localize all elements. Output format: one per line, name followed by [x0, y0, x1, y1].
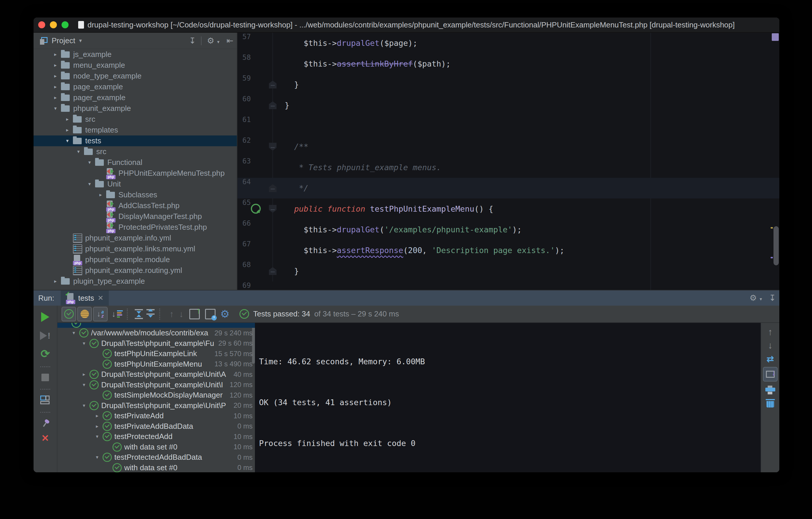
chevron-right-icon[interactable]: ▸ — [95, 192, 106, 198]
test-tree-item[interactable]: ▾Drupal\Tests\phpunit_example\Fu29 s 60 … — [57, 338, 255, 349]
test-tree-item[interactable]: ▾testProtectedAdd10 ms — [57, 431, 255, 442]
test-tree-item[interactable]: ▾/var/www/web/modules/contrib/exa29 s 24… — [57, 328, 255, 338]
close-tab-icon[interactable]: ✕ — [98, 294, 104, 302]
code-line-57[interactable]: 57 $this->drupalGet($page); — [237, 33, 779, 53]
export-test-results-icon[interactable] — [189, 309, 200, 319]
chevron-right-icon[interactable]: ▸ — [50, 94, 61, 101]
chevron-right-icon[interactable]: ▸ — [50, 62, 61, 68]
chevron-right-icon[interactable]: ▸ — [50, 84, 61, 90]
fold-marker-icon[interactable] — [269, 101, 277, 109]
chevron-down-icon[interactable]: ▾ — [79, 382, 89, 388]
scroll-from-source-icon[interactable]: ↧ — [189, 37, 196, 45]
title-bar[interactable]: drupal-testing-workshop [~/Code/os/drupa… — [33, 18, 779, 33]
project-tree-item-pager_example[interactable]: ▸pager_example — [33, 92, 237, 103]
fold-marker-icon[interactable] — [269, 184, 277, 192]
code-line-62[interactable]: 62 /** — [237, 136, 779, 157]
test-tree-item[interactable]: testPhpUnitExampleMenu13 s 490 ms — [57, 359, 255, 370]
project-tree-item-menu_example[interactable]: ▸menu_example — [33, 60, 237, 71]
project-tree-item-ProtectedPrivatesTest.php[interactable]: phpProtectedPrivatesTest.php — [33, 222, 237, 233]
fold-marker-icon[interactable] — [269, 205, 277, 213]
project-panel-title[interactable]: Project — [52, 36, 75, 45]
project-tree-item-phpunit_example.info.yml[interactable]: phpunit_example.info.yml — [33, 233, 237, 243]
project-tree-item-Subclasses[interactable]: ▸Subclasses — [33, 189, 237, 200]
code-line-59[interactable]: 59 } — [237, 74, 779, 95]
code-line-68[interactable]: 68 } — [237, 261, 779, 281]
restore-layout-icon[interactable] — [40, 395, 50, 404]
show-ignored-toggle[interactable] — [77, 307, 92, 321]
project-tree-item-phpunit_example.links.menu.yml[interactable]: phpunit_example.links.menu.yml — [33, 243, 237, 254]
project-tree-item-PHPUnitExampleMenuTest.php[interactable]: phpPHPUnitExampleMenuTest.php — [33, 168, 237, 179]
project-tree-item-phpunit_example.module[interactable]: phpphpunit_example.module — [33, 254, 237, 265]
chevron-right-icon[interactable]: ▸ — [50, 73, 61, 79]
fold-marker-icon[interactable] — [269, 267, 277, 275]
zoom-window-button[interactable] — [62, 21, 68, 28]
print-icon[interactable] — [765, 386, 775, 394]
project-tree-item-AddClassTest.php[interactable]: phpAddClassTest.php — [33, 200, 237, 211]
tree-scrollbar[interactable] — [252, 323, 255, 364]
scroll-down-icon[interactable]: ↓ — [768, 341, 773, 350]
console-output[interactable]: Time: 46.62 seconds, Memory: 6.00MB OK (… — [255, 323, 761, 472]
chevron-down-icon[interactable]: ▼ — [78, 38, 83, 44]
fold-marker-icon[interactable] — [269, 81, 277, 88]
previous-occurrence-icon[interactable]: ↑ — [170, 309, 174, 319]
chevron-right-icon[interactable]: ▸ — [79, 371, 89, 377]
code-line-69[interactable]: 69 — [237, 281, 779, 291]
project-tree-item-Functional[interactable]: ▾Functional — [33, 157, 237, 168]
run-test-gutter-icon[interactable] — [251, 204, 261, 214]
sort-alphabetically-toggle[interactable]: ↓az — [93, 307, 108, 321]
project-tree-item-tests[interactable]: ▾tests — [33, 135, 237, 146]
test-tree-item[interactable]: ▾testProtectedAddBadData0 ms — [57, 452, 255, 463]
chevron-down-icon[interactable]: ▾ — [68, 330, 79, 336]
test-tree-item[interactable]: with data set #010 ms — [57, 442, 255, 453]
code-line-60[interactable]: 60} — [237, 95, 779, 116]
editor-scrollbar[interactable] — [774, 226, 779, 265]
chevron-down-icon[interactable]: ▾ — [79, 403, 89, 409]
project-tree-item-Unit[interactable]: ▾Unit — [33, 179, 237, 189]
project-tree-item-phpunit_example[interactable]: ▾phpunit_example — [33, 103, 237, 114]
test-tree-item[interactable]: testPhpUnitExampleLink15 s 570 ms — [57, 349, 255, 359]
project-tree-item-page_example[interactable]: ▸page_example — [33, 81, 237, 92]
code-line-58[interactable]: 58 $this->assertLinkByHref($path); — [237, 53, 779, 74]
stop-icon[interactable] — [41, 374, 49, 381]
test-tree-item[interactable]: ▸testPrivateAdd10 ms — [57, 411, 255, 421]
chevron-right-icon[interactable]: ▸ — [92, 413, 103, 419]
scroll-up-icon[interactable]: ↑ — [768, 328, 773, 336]
hide-panel-icon[interactable]: ⇤ — [227, 37, 233, 45]
sort-by-suite-icon[interactable]: ↓ — [112, 309, 123, 319]
settings-gear-icon[interactable]: ⚙▾ — [749, 294, 762, 302]
code-line-63[interactable]: 63 * Tests phpunit_example menus. — [237, 157, 779, 178]
code-line-66[interactable]: 66 $this->drupalGet('/examples/phpunit-e… — [237, 219, 779, 240]
test-tree-item[interactable]: testSimpleMockDisplayManager120 ms — [57, 390, 255, 401]
run-tab-tests[interactable]: ✓php tests ✕ — [61, 291, 109, 306]
project-tree-item-templates[interactable]: ▸templates — [33, 125, 237, 135]
chevron-right-icon[interactable]: ▸ — [62, 127, 73, 133]
code-line-65[interactable]: 65 public function testPhpUnitExampleMen… — [237, 198, 779, 219]
chevron-right-icon[interactable]: ▸ — [50, 51, 61, 57]
close-window-button[interactable] — [38, 21, 45, 28]
project-tree-item-js_example[interactable]: ▸js_example — [33, 49, 237, 60]
clear-console-icon[interactable] — [766, 399, 774, 408]
code-line-64[interactable]: 64 */ — [237, 178, 779, 198]
soft-wrap-icon[interactable]: ⇄ — [766, 354, 774, 364]
chevron-down-icon[interactable]: ▾ — [92, 454, 103, 460]
project-tree-item-phpunit_example.routing.yml[interactable]: phpunit_example.routing.yml — [33, 265, 237, 276]
chevron-down-icon[interactable]: ▾ — [73, 148, 84, 155]
chevron-down-icon[interactable]: ▾ — [62, 138, 73, 144]
inspection-indicator[interactable] — [772, 33, 779, 41]
project-tree-item-src[interactable]: ▸src — [33, 114, 237, 125]
chevron-right-icon[interactable]: ▸ — [62, 116, 73, 122]
project-tree-item-DisplayManagerTest.php[interactable]: phpDisplayManagerTest.php — [33, 211, 237, 222]
project-tree-item-plugin_type_example[interactable]: ▸plugin_type_example — [33, 276, 237, 286]
chevron-down-icon[interactable]: ▾ — [50, 105, 61, 111]
code-line-61[interactable]: 61 — [237, 116, 779, 136]
settings-gear-icon[interactable]: ⚙▾ — [207, 37, 219, 45]
chevron-right-icon[interactable]: ▸ — [50, 278, 61, 284]
test-tree-item[interactable]: with data set #00 ms — [57, 463, 255, 472]
minimize-window-button[interactable] — [50, 21, 57, 28]
toggle-auto-test-icon[interactable]: ⟳ — [40, 349, 50, 359]
scroll-to-end-toggle[interactable]: ↓ — [763, 367, 778, 382]
code-editor[interactable]: 57 $this->drupalGet($page);58 $this->ass… — [237, 33, 779, 291]
expand-all-icon[interactable] — [134, 309, 144, 319]
hide-panel-icon[interactable]: ↧ — [769, 294, 776, 302]
rerun-failed-icon[interactable]: ! — [40, 331, 51, 340]
